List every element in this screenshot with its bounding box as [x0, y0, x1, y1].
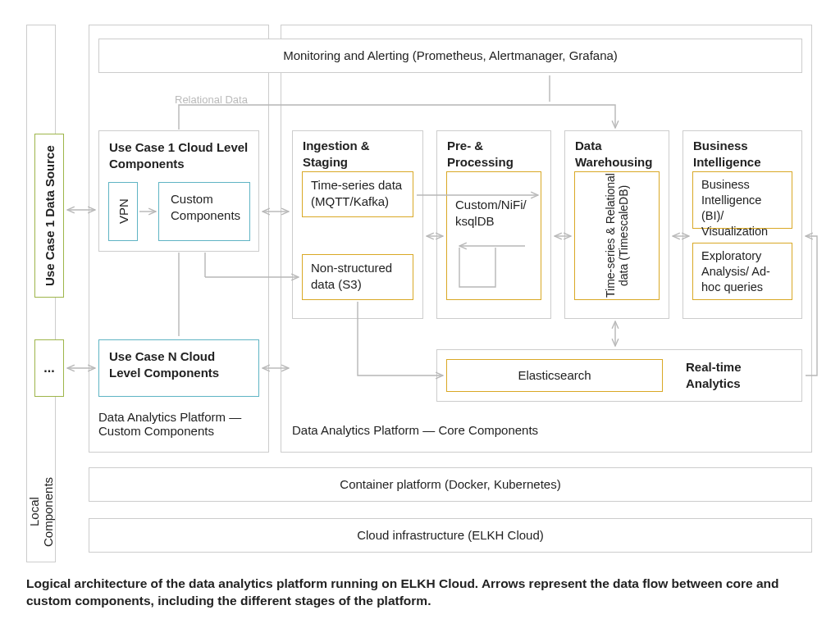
flow-arrows [0, 0, 840, 574]
figure-caption: Logical architecture of the data analyti… [26, 576, 814, 610]
